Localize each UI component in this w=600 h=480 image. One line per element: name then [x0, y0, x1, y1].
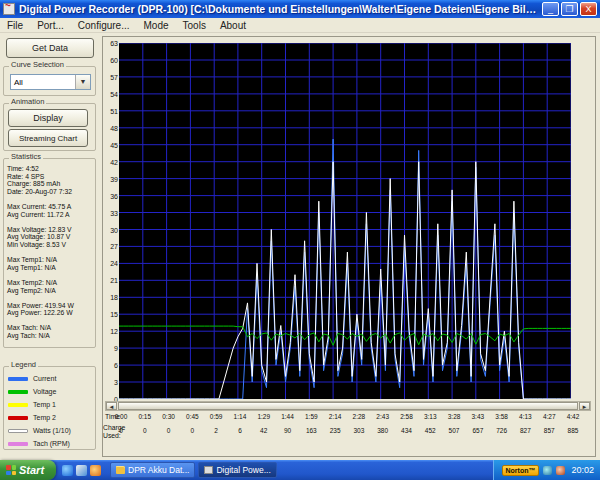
- x-axis-charge-tick: 0: [143, 427, 147, 434]
- x-axis-charge-tick: 163: [306, 427, 317, 434]
- legend-item-label: Current: [33, 375, 56, 382]
- y-axis-tick: 30: [110, 226, 118, 233]
- taskbar-task-1[interactable]: DPR Akku Dat...: [110, 462, 195, 478]
- x-axis-time-tick: 0:15: [138, 413, 151, 420]
- legend-swatch-icon: [8, 390, 28, 394]
- folder-icon: [116, 466, 125, 474]
- y-axis-tick: 9: [114, 345, 118, 352]
- legend-swatch-icon: [8, 442, 28, 446]
- tray-icon-2[interactable]: [556, 466, 565, 475]
- x-axis-time-tick: 1:59: [305, 413, 318, 420]
- menu-item-file[interactable]: File: [0, 20, 30, 31]
- curve-selection-dropdown[interactable]: All ▼: [10, 74, 91, 90]
- x-axis-charge-tick: 0: [119, 427, 123, 434]
- taskbar-task-2[interactable]: Digital Powe...: [198, 462, 276, 478]
- menu-item-tools[interactable]: Tools: [176, 20, 213, 31]
- x-axis-charge-tick: 827: [520, 427, 531, 434]
- tray-icon-1[interactable]: [543, 466, 552, 475]
- x-axis-time-tick: 4:27: [543, 413, 556, 420]
- legend-item-label: Watts (1/10): [33, 427, 71, 434]
- y-axis-tick: 12: [110, 328, 118, 335]
- x-axis-time-tick: 1:29: [257, 413, 270, 420]
- stat-line: Max Tach: N/A: [7, 324, 93, 332]
- stat-line: [7, 294, 93, 302]
- y-axis-ticks: 6360575451484542393633302724211815129630: [99, 43, 119, 399]
- norton-tray-badge[interactable]: Norton™: [502, 465, 540, 476]
- x-axis-charge-tick: 452: [425, 427, 436, 434]
- x-axis-time-tick: 4:13: [519, 413, 532, 420]
- stat-line: Max Current: 45.75 A: [7, 203, 93, 211]
- x-axis-time-tick: 2:28: [353, 413, 366, 420]
- y-axis-tick: 21: [110, 277, 118, 284]
- legend-label: Legend: [9, 361, 38, 369]
- x-axis-charge-tick: 885: [568, 427, 579, 434]
- x-axis-charge-tick: 0: [191, 427, 195, 434]
- stat-line: Min Voltage: 8.53 V: [7, 241, 93, 249]
- menu-item-mode[interactable]: Mode: [137, 20, 176, 31]
- y-axis-tick: 3: [114, 379, 118, 386]
- stat-line: Avg Current: 11.72 A: [7, 211, 93, 219]
- x-axis-time-tick: 3:28: [448, 413, 461, 420]
- stat-line: Rate: 4 SPS: [7, 173, 93, 181]
- menu-item-port[interactable]: Port...: [30, 20, 71, 31]
- y-axis-tick: 60: [110, 57, 118, 64]
- stat-line: Avg Temp2: N/A: [7, 287, 93, 295]
- x-axis-time-tick: 0:59: [210, 413, 223, 420]
- y-axis-tick: 15: [110, 311, 118, 318]
- x-axis-time-tick: 2:43: [376, 413, 389, 420]
- charge-axis-header-2: Used:: [103, 432, 121, 439]
- y-axis-tick: 36: [110, 192, 118, 199]
- x-axis-charge-tick: 857: [544, 427, 555, 434]
- scrollbar-thumb[interactable]: [118, 402, 578, 410]
- legend-item: Watts (1/10): [8, 424, 92, 437]
- legend-swatch-icon: [8, 403, 28, 407]
- task-label: Digital Powe...: [216, 465, 270, 475]
- menu-item-configure[interactable]: Configure...: [71, 20, 137, 31]
- stat-line: Max Voltage: 12.83 V: [7, 226, 93, 234]
- stat-line: [7, 218, 93, 226]
- horizontal-scrollbar[interactable]: ◄ ►: [105, 401, 591, 411]
- x-axis-charge-tick: 6: [238, 427, 242, 434]
- stat-line: [7, 271, 93, 279]
- maximize-button[interactable]: ❐: [561, 2, 578, 16]
- x-axis-charge-tick: 90: [284, 427, 291, 434]
- app-window-icon: [204, 466, 213, 474]
- y-axis-tick: 57: [110, 73, 118, 80]
- chevron-down-icon[interactable]: ▼: [75, 75, 90, 89]
- x-axis-time-tick: 1:14: [234, 413, 247, 420]
- stat-line: Charge: 885 mAh: [7, 180, 93, 188]
- x-axis-time-tick: 0:45: [186, 413, 199, 420]
- stat-line: Max Power: 419.94 W: [7, 302, 93, 310]
- curve-selection-value: All: [14, 78, 23, 87]
- x-axis-time-tick: 3:58: [495, 413, 508, 420]
- legend-swatch-icon: [8, 377, 28, 381]
- close-button[interactable]: X: [580, 2, 597, 16]
- x-axis-time-tick: 2:58: [400, 413, 413, 420]
- y-axis-tick: 24: [110, 260, 118, 267]
- minimize-button[interactable]: _: [542, 2, 559, 16]
- legend-item: Current: [8, 372, 92, 385]
- y-axis-tick: 42: [110, 158, 118, 165]
- scroll-left-icon[interactable]: ◄: [106, 402, 117, 410]
- power-chart-plot[interactable]: [119, 43, 571, 399]
- x-axis-charge-tick: 380: [377, 427, 388, 434]
- y-axis-tick: 48: [110, 124, 118, 131]
- x-axis-charge-tick: 303: [353, 427, 364, 434]
- menu-item-about[interactable]: About: [213, 20, 253, 31]
- streaming-chart-button[interactable]: Streaming Chart: [8, 129, 88, 147]
- scroll-right-icon[interactable]: ►: [579, 402, 590, 410]
- y-axis-tick: 27: [110, 243, 118, 250]
- media-player-icon[interactable]: [90, 465, 101, 476]
- legend-item: Temp 1: [8, 398, 92, 411]
- get-data-button[interactable]: Get Data: [6, 38, 94, 58]
- show-desktop-icon[interactable]: [76, 465, 87, 476]
- legend-item: Temp 2: [8, 411, 92, 424]
- display-button[interactable]: Display: [8, 109, 88, 127]
- x-axis-time-tick: 0:00: [115, 413, 128, 420]
- y-axis-tick: 51: [110, 107, 118, 114]
- internet-explorer-icon[interactable]: [62, 465, 73, 476]
- start-button[interactable]: Start: [0, 460, 56, 480]
- x-axis-charge-tick: 2: [214, 427, 218, 434]
- curve-selection-label: Curve Selection: [9, 61, 66, 69]
- legend-items: CurrentVoltageTemp 1Temp 2Watts (1/10)Ta…: [8, 372, 92, 450]
